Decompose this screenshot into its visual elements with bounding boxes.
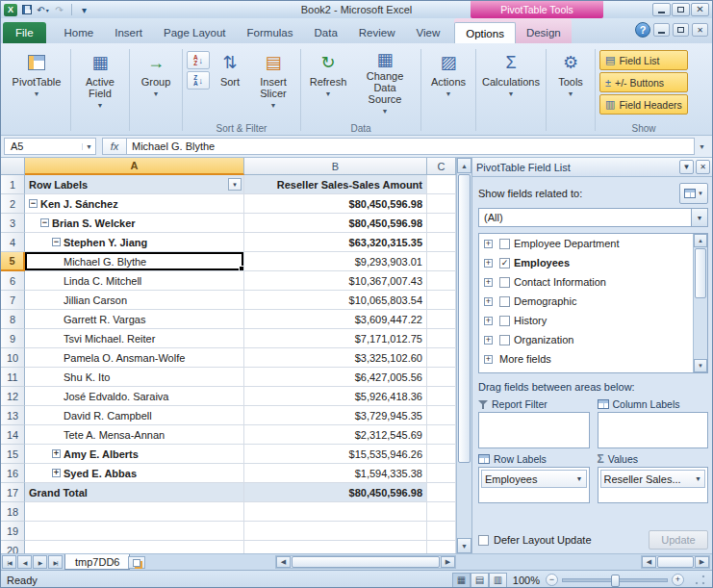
expand-button[interactable]: +	[484, 355, 493, 364]
cell-a6[interactable]: Linda C. Mitchell	[25, 271, 244, 291]
cell-a14[interactable]: Tete A. Mensa-Annan	[25, 425, 244, 445]
collapse-button[interactable]: −	[29, 199, 38, 208]
cell-a11[interactable]: Shu K. Ito	[25, 368, 244, 387]
fill-handle[interactable]	[239, 266, 243, 270]
cell-c19[interactable]	[427, 522, 456, 541]
horizontal-scrollbar[interactable]: ◀ ▶	[275, 555, 456, 569]
cell-c1[interactable]	[427, 175, 456, 194]
cell-a8[interactable]: Garrett R. Vargas	[25, 310, 244, 329]
cell-c10[interactable]	[427, 348, 456, 368]
cell-c16[interactable]	[427, 464, 456, 483]
expand-button[interactable]: +	[484, 317, 493, 325]
cell-a3[interactable]: −Brian S. Welcker	[25, 214, 244, 233]
field-list-toggle[interactable]: ▤ Field List	[599, 50, 688, 70]
cell-b8[interactable]: $3,609,447.22	[244, 310, 427, 329]
row-header-14[interactable]: 14	[1, 425, 25, 445]
defer-layout-checkbox[interactable]	[478, 535, 489, 546]
tree-scroll-down-button[interactable]: ▼	[694, 359, 707, 372]
cell-c18[interactable]	[427, 502, 456, 522]
redo-button[interactable]: ↷	[52, 3, 66, 16]
insert-worksheet-button[interactable]	[128, 556, 145, 569]
cell-c5[interactable]	[427, 252, 456, 271]
cell-a16[interactable]: +Syed E. Abbas	[25, 464, 244, 483]
cell-a13[interactable]: David R. Campbell	[25, 406, 244, 425]
row-header-7[interactable]: 7	[1, 291, 25, 310]
column-header-c[interactable]: C	[427, 158, 456, 175]
tab-data[interactable]: Data	[304, 22, 348, 43]
field-checkbox-contact-information[interactable]	[499, 277, 510, 288]
pane-scroll-thumb[interactable]	[657, 556, 694, 568]
expand-button[interactable]: +	[484, 278, 493, 287]
cell-b17[interactable]: $80,450,596.98	[244, 483, 427, 502]
select-all-corner[interactable]	[1, 158, 25, 175]
expand-button[interactable]: +	[484, 240, 493, 248]
normal-view-button[interactable]: ▦	[452, 573, 471, 588]
tab-home[interactable]: Home	[54, 22, 105, 43]
values-field-reseller-sales[interactable]: Reseller Sales... ▼	[600, 470, 706, 488]
cell-a18[interactable]	[25, 502, 244, 522]
field-item-employees[interactable]: +✓Employees	[479, 253, 707, 272]
tools-button[interactable]: ⚙ Tools▼	[550, 47, 591, 121]
insert-slicer-button[interactable]: ▤ Insert Slicer▼	[250, 47, 296, 121]
sort-descending-button[interactable]: ZA↓	[187, 71, 210, 89]
cell-c12[interactable]	[427, 387, 456, 406]
row-header-11[interactable]: 11	[1, 368, 25, 387]
scroll-up-button[interactable]: ▲	[457, 158, 471, 173]
plus-minus-buttons-toggle[interactable]: ± +/- Buttons	[599, 72, 688, 92]
pane-menu-button[interactable]: ▼	[679, 160, 694, 174]
field-item-history[interactable]: +History	[479, 311, 707, 330]
restore-button[interactable]	[672, 3, 690, 16]
cell-c2[interactable]	[427, 194, 456, 214]
cell-a9[interactable]: Tsvi Michael. Reiter	[25, 329, 244, 348]
zoom-out-button[interactable]: −	[546, 574, 558, 586]
row-labels-filter-button[interactable]: ▼	[228, 178, 242, 191]
cell-a10[interactable]: Pamela O. Ansman-Wolfe	[25, 348, 244, 368]
row-header-15[interactable]: 15	[1, 445, 25, 464]
dropdown-arrow-icon[interactable]: ▼	[691, 209, 707, 226]
row-header-5[interactable]: 5	[1, 252, 25, 271]
cell-b18[interactable]	[244, 502, 427, 522]
field-item-employee-department[interactable]: +Employee Department	[479, 234, 707, 253]
field-item-organization[interactable]: +Organization	[479, 330, 707, 349]
pane-close-button[interactable]: ✕	[696, 160, 710, 174]
tab-review[interactable]: Review	[348, 22, 406, 43]
name-box-arrow-icon[interactable]: ▼	[82, 143, 95, 150]
expand-button[interactable]: +	[484, 336, 493, 345]
expand-button[interactable]: +	[52, 449, 61, 458]
refresh-button[interactable]: ↻ Refresh▼	[305, 47, 351, 121]
row-header-19[interactable]: 19	[1, 522, 25, 541]
cell-a5[interactable]: Michael G. Blythe	[25, 252, 244, 271]
collapse-button[interactable]: −	[52, 238, 61, 246]
sheet-tab-tmp7dd6[interactable]: tmp7DD6	[64, 554, 130, 570]
tree-scroll-thumb[interactable]	[695, 248, 706, 298]
cell-b1[interactable]: Reseller Sales-Sales Amount	[244, 175, 427, 194]
tab-file[interactable]: File	[3, 22, 46, 43]
cell-c6[interactable]	[427, 271, 456, 291]
row-header-16[interactable]: 16	[1, 464, 25, 483]
cell-b7[interactable]: $10,065,803.54	[244, 291, 427, 310]
last-sheet-button[interactable]: ▶|	[48, 555, 63, 569]
row-header-17[interactable]: 17	[1, 483, 25, 502]
row-header-2[interactable]: 2	[1, 194, 25, 214]
workbook-close-button[interactable]: ✕	[692, 23, 708, 37]
cell-a17[interactable]: Grand Total	[25, 483, 244, 502]
close-button[interactable]: ✕	[691, 3, 709, 16]
cell-b11[interactable]: $6,427,005.56	[244, 368, 427, 387]
cell-c9[interactable]	[427, 329, 456, 348]
cell-a12[interactable]: José Edvaldo. Saraiva	[25, 387, 244, 406]
column-header-b[interactable]: B	[244, 158, 427, 175]
cell-b10[interactable]: $3,325,102.60	[244, 348, 427, 368]
field-checkbox-employees[interactable]: ✓	[499, 258, 510, 268]
field-item-more-fields[interactable]: +More fields	[479, 349, 707, 369]
cell-a7[interactable]: Jillian Carson	[25, 291, 244, 310]
collapse-button[interactable]: −	[40, 218, 49, 227]
cell-c17[interactable]	[427, 483, 456, 502]
cell-b19[interactable]	[244, 522, 427, 541]
tab-formulas[interactable]: Formulas	[237, 22, 304, 43]
expand-button[interactable]: +	[52, 469, 61, 477]
tab-options[interactable]: Options	[454, 22, 516, 43]
undo-button[interactable]: ↶▾	[36, 3, 50, 16]
sort-button[interactable]: ⇅ Sort	[212, 47, 248, 121]
cell-b9[interactable]: $7,171,012.75	[244, 329, 427, 348]
chevron-down-icon[interactable]: ▼	[695, 475, 701, 482]
